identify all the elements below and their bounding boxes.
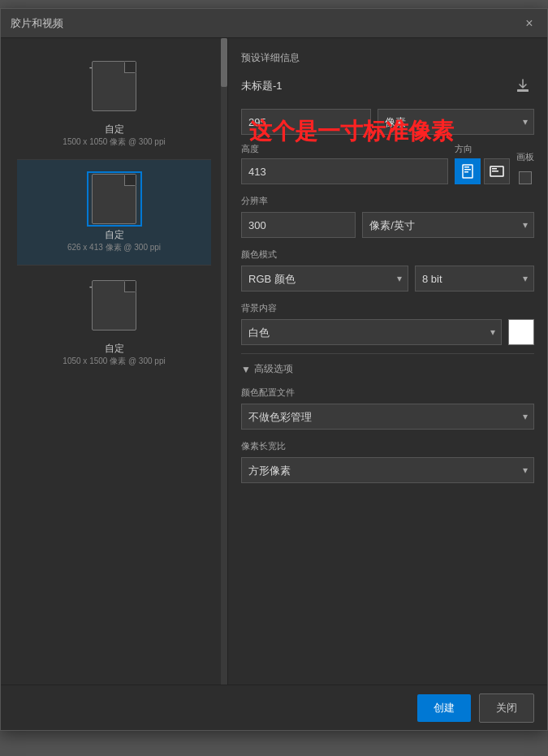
- orientation-buttons: [455, 158, 510, 184]
- height-orient-row: 高度 方向: [241, 143, 534, 184]
- height-input[interactable]: [241, 158, 448, 184]
- height-group: 高度: [241, 143, 448, 184]
- preset-icon-2: +: [90, 175, 139, 223]
- pixel-aspect-select[interactable]: 方形像素 D1/DV NTSC D1/DV PAL: [241, 457, 534, 483]
- preset-label-2: 自定: [105, 228, 124, 242]
- resolution-row: 像素/英寸 像素/厘米: [241, 212, 534, 238]
- main-dialog: 胶片和视频 × + 自定: [0, 8, 548, 731]
- color-profile-select-wrapper: 不做色彩管理 sRGB Adobe RGB: [241, 404, 534, 430]
- svg-rect-0: [517, 89, 529, 92]
- unit-select-wrapper: 像素 英寸 厘米: [378, 109, 534, 135]
- advanced-label: 高级选项: [254, 362, 293, 376]
- orientation-group: 方向: [455, 143, 510, 184]
- preset-list: + 自定 1500 x 1050 像素 @ 300 ppi +: [1, 38, 227, 387]
- width-input[interactable]: [241, 109, 371, 135]
- footer-close-button[interactable]: 关闭: [479, 693, 534, 723]
- preset-sublabel-3: 1050 x 1500 像素 @ 300 ppi: [63, 356, 165, 367]
- color-mode-label: 颜色模式: [241, 249, 277, 259]
- divider: [241, 353, 534, 354]
- pixel-aspect-label-row: 像素长宽比: [241, 438, 534, 452]
- bit-depth-select[interactable]: 8 bit 16 bit 32 bit: [415, 266, 534, 292]
- svg-rect-4: [464, 171, 468, 173]
- advanced-toggle[interactable]: ▼ 高级选项: [241, 362, 534, 376]
- preset-sublabel-1: 1500 x 1050 像素 @ 300 ppi: [63, 136, 165, 148]
- background-select-wrapper: 白色 黑色 背景色 透明: [241, 319, 502, 345]
- create-button[interactable]: 创建: [417, 694, 471, 722]
- scroll-thumb[interactable]: [221, 38, 227, 87]
- portrait-button[interactable]: [455, 158, 481, 184]
- resolution-label-row: 分辨率: [241, 192, 534, 207]
- preset-item-2[interactable]: + 自定 626 x 413 像素 @ 300 ppi: [17, 160, 211, 266]
- preset-sublabel-2: 626 x 413 像素 @ 300 ppi: [67, 242, 161, 253]
- background-label-row: 背景内容: [241, 300, 534, 314]
- portrait-icon: [462, 164, 473, 179]
- pixel-aspect-select-wrapper: 方形像素 D1/DV NTSC D1/DV PAL: [241, 457, 534, 483]
- orientation-label: 方向: [455, 143, 510, 155]
- doc-icon-3: [92, 280, 136, 330]
- landscape-button[interactable]: [484, 158, 510, 184]
- background-row: 白色 黑色 背景色 透明: [241, 319, 534, 345]
- resolution-unit-wrapper: 像素/英寸 像素/厘米: [362, 212, 534, 238]
- landscape-icon: [490, 166, 504, 177]
- color-mode-select-wrapper: RGB 颜色 CMYK 颜色 灰度: [241, 266, 408, 292]
- chevron-down-icon: ▼: [241, 364, 251, 375]
- canvas-label: 画板: [516, 151, 534, 163]
- height-label: 高度: [241, 143, 448, 155]
- width-row: 像素 英寸 厘米: [241, 109, 534, 135]
- preset-label-3: 自定: [105, 342, 124, 356]
- right-panel-inner: 这个是一寸标准像素 预设详细信息 未标题-1: [241, 51, 534, 483]
- bit-depth-select-wrapper: 8 bit 16 bit 32 bit: [415, 266, 534, 292]
- preset-icon-1: +: [86, 58, 143, 114]
- selected-item-border: +: [87, 171, 142, 227]
- svg-rect-2: [464, 166, 469, 168]
- dialog-body: + 自定 1500 x 1050 像素 @ 300 ppi +: [1, 38, 547, 685]
- background-label: 背景内容: [241, 303, 277, 313]
- background-color-swatch[interactable]: [508, 319, 534, 345]
- preset-item-1[interactable]: + 自定 1500 x 1050 像素 @ 300 ppi: [17, 46, 211, 160]
- pixel-aspect-label: 像素长宽比: [241, 441, 286, 451]
- resolution-unit-select[interactable]: 像素/英寸 像素/厘米: [362, 212, 534, 238]
- width-group: [241, 109, 371, 135]
- dialog-title: 胶片和视频: [11, 16, 63, 31]
- color-mode-row: RGB 颜色 CMYK 颜色 灰度 8 bit 16 bit 32 bit: [241, 266, 534, 292]
- resolution-label: 分辨率: [241, 196, 268, 205]
- resolution-input[interactable]: [241, 212, 356, 238]
- preset-name: 未标题-1: [241, 79, 283, 93]
- svg-rect-3: [464, 169, 471, 171]
- color-mode-label-row: 颜色模式: [241, 246, 534, 261]
- svg-rect-7: [492, 171, 498, 172]
- color-profile-label-row: 颜色配置文件: [241, 384, 534, 399]
- canvas-checkbox[interactable]: [519, 171, 532, 184]
- close-icon: ×: [525, 16, 533, 31]
- preset-label-1: 自定: [105, 123, 124, 136]
- background-select[interactable]: 白色 黑色 背景色 透明: [241, 319, 502, 345]
- color-profile-select[interactable]: 不做色彩管理 sRGB Adobe RGB: [241, 404, 534, 430]
- preset-item-3[interactable]: + 自定 1050 x 1500 像素 @ 300 ppi: [17, 266, 211, 378]
- section-title: 预设详细信息: [241, 51, 534, 65]
- svg-rect-6: [492, 168, 497, 170]
- resolution-group: [241, 212, 356, 238]
- preset-name-row: 未标题-1: [241, 75, 534, 97]
- doc-icon-1: [92, 61, 136, 111]
- right-panel: 这个是一寸标准像素 预设详细信息 未标题-1: [228, 38, 547, 685]
- color-mode-select[interactable]: RGB 颜色 CMYK 颜色 灰度: [241, 266, 408, 292]
- canvas-group: 画板: [516, 151, 534, 184]
- dialog-footer: 创建 关闭: [1, 685, 547, 730]
- left-panel: + 自定 1500 x 1050 像素 @ 300 ppi +: [1, 38, 228, 685]
- close-button[interactable]: ×: [521, 15, 537, 32]
- save-preset-button[interactable]: [511, 75, 534, 97]
- unit-select[interactable]: 像素 英寸 厘米: [378, 109, 534, 135]
- doc-icon-2: [92, 174, 136, 224]
- color-profile-label: 颜色配置文件: [241, 387, 295, 397]
- title-bar: 胶片和视频 ×: [1, 9, 547, 38]
- scrollbar[interactable]: [221, 38, 227, 685]
- save-icon: [515, 78, 531, 94]
- dialog-overlay: 胶片和视频 × + 自定: [0, 0, 548, 756]
- preset-icon-3: +: [86, 277, 143, 334]
